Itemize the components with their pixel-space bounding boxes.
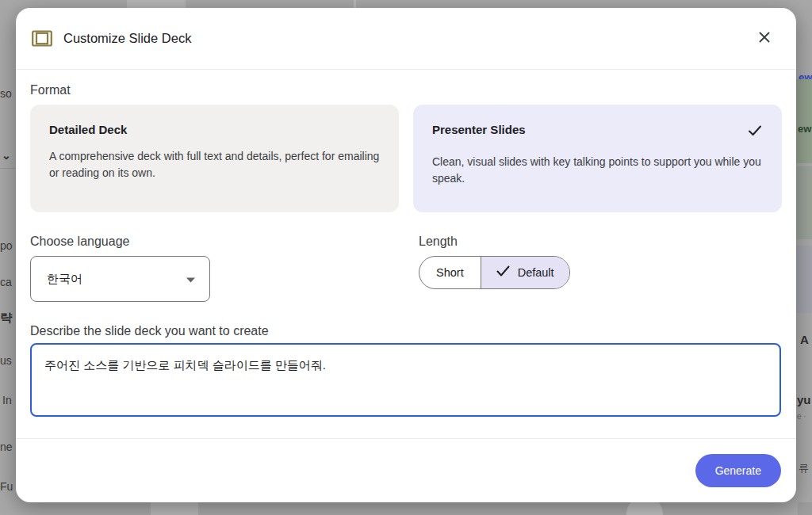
language-dropdown[interactable]: 한국어 [30, 256, 210, 302]
length-option-default-label: Default [518, 266, 554, 279]
bg-right-fragment: ew [798, 123, 811, 135]
describe-textarea[interactable]: 주어진 소스를 기반으로 피치덱 슬라이드를 만들어줘. [30, 343, 781, 417]
dialog-title: Customize Slide Deck [63, 31, 752, 46]
format-option-presenter-slides[interactable]: Presenter Slides Clean, visual slides wi… [413, 105, 782, 212]
bg-right-fragment: e · [797, 412, 806, 421]
generate-button[interactable]: Generate [695, 454, 781, 487]
check-icon [747, 123, 763, 142]
bg-left-divider [0, 168, 16, 169]
close-button[interactable] [752, 26, 777, 52]
bg-bottom-column [798, 502, 812, 515]
chevron-down-icon: ⌄ [2, 149, 11, 162]
format-options: Detailed Deck A comprehensive deck with … [30, 105, 782, 212]
bg-left-fragment: po [0, 239, 13, 252]
format-option-description: A comprehensive deck with full text and … [49, 148, 380, 181]
bg-top-column [354, 0, 356, 8]
bg-left-fragment: ca [0, 276, 12, 288]
bg-left-fragment: 략 [0, 311, 12, 326]
language-dropdown-value: 한국어 [47, 272, 186, 287]
bg-right-card-green [796, 79, 812, 163]
slide-deck-icon [32, 30, 52, 47]
bg-bottom-column [151, 502, 198, 515]
close-icon [756, 29, 773, 48]
length-option-default[interactable]: Default [481, 257, 569, 288]
bg-left-fragment: us [0, 354, 12, 367]
dialog-header: Customize Slide Deck [16, 8, 796, 70]
length-segmented-control: Short Default [419, 256, 570, 289]
length-option-short[interactable]: Short [419, 257, 481, 288]
format-option-title: Detailed Deck [49, 123, 380, 136]
dialog-body: Format Detailed Deck A comprehensive dec… [16, 70, 796, 422]
bg-right-fragment: 류 [799, 461, 809, 475]
bg-top-column [127, 0, 186, 8]
bg-left-fragment: so [0, 87, 12, 100]
customize-slide-deck-dialog: Customize Slide Deck Format Detailed Dec… [16, 8, 796, 502]
format-option-detailed-deck[interactable]: Detailed Deck A comprehensive deck with … [30, 105, 399, 212]
check-icon [496, 265, 510, 280]
bg-right-fragment: A [800, 333, 809, 346]
dropdown-caret-icon [186, 272, 195, 286]
bg-left-fragment: Fu [0, 480, 13, 493]
dialog-footer: Generate [16, 438, 796, 502]
bg-right-card-lavender [796, 246, 812, 313]
length-label: Length [419, 235, 782, 249]
choose-language-label: Choose language [30, 235, 419, 249]
format-label: Format [30, 83, 782, 97]
format-option-title: Presenter Slides [432, 123, 747, 136]
bg-left-fragment: In [2, 394, 12, 406]
bg-left-fragment: ne [0, 441, 13, 453]
format-option-description: Clean, visual slides with key talking po… [432, 154, 763, 187]
bg-right-fragment: yu [797, 393, 811, 406]
bg-right-card-gray [796, 166, 812, 239]
describe-label: Describe the slide deck you want to crea… [30, 324, 782, 338]
